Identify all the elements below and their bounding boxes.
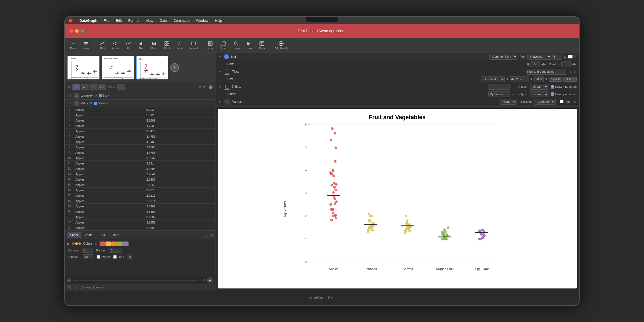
prop-drawx-toggle[interactable]: ✓ Draw x numbers bbox=[551, 85, 577, 89]
toolbar-label2[interactable]: A Label bbox=[174, 39, 186, 51]
prop-xtitle-input[interactable] bbox=[488, 84, 510, 90]
thumbnail-default[interactable]: Default bbox=[67, 56, 100, 79]
table-row[interactable]: 2 Apples 5.5129 bbox=[65, 112, 215, 118]
prop-zoom-input[interactable] bbox=[534, 76, 544, 82]
loop-checkbox[interactable] bbox=[113, 255, 117, 259]
table-row[interactable]: 20 Apples 2.5358 bbox=[65, 209, 215, 214]
col2-show-toggle[interactable]: ✓ Show bbox=[94, 102, 105, 105]
tab-slider[interactable]: Slider bbox=[67, 232, 81, 238]
menu-window[interactable]: Window bbox=[195, 18, 209, 23]
prop-ytitle-add-icon[interactable]: + bbox=[512, 92, 514, 96]
colors-gear-icon[interactable]: ⚙ bbox=[95, 242, 97, 246]
table-row[interactable]: 15 Apples 1.825 bbox=[65, 182, 215, 188]
toolbar-bar[interactable]: Bar bbox=[135, 39, 147, 51]
menu-format[interactable]: Format bbox=[127, 18, 140, 23]
prop-title-add-icon[interactable]: + bbox=[569, 69, 572, 74]
toolbar-plot[interactable]: Plot bbox=[97, 39, 108, 51]
table-row[interactable]: 3 Apples 5.1999 bbox=[65, 118, 215, 123]
add-canvas-button[interactable]: + bbox=[170, 63, 179, 72]
maximize-button[interactable] bbox=[81, 29, 84, 33]
table-row[interactable]: 8 Apples 3.7088 bbox=[65, 145, 215, 150]
prop-font-select[interactable]: Common Font bbox=[489, 54, 517, 60]
prop-type-select[interactable]: Points bbox=[511, 106, 529, 107]
col1-add-icon[interactable]: + bbox=[111, 94, 113, 97]
apple-menu[interactable]: 🍎 bbox=[68, 18, 73, 23]
tab-text[interactable]: Text bbox=[97, 232, 108, 238]
tab-value[interactable]: Value bbox=[82, 232, 96, 238]
bottom-expand-icon[interactable]: ⊡ bbox=[210, 233, 213, 237]
toolbar-bars[interactable]: Bars bbox=[148, 39, 160, 51]
toolbar-hover[interactable]: Hover bbox=[243, 39, 255, 51]
integer-checkbox[interactable] bbox=[97, 255, 100, 259]
prop-xtitle-add-icon[interactable]: + bbox=[512, 85, 514, 89]
progress-bar[interactable] bbox=[73, 280, 197, 281]
table-row[interactable]: 1 Apples 5.702 bbox=[65, 107, 215, 112]
play-button[interactable]: ▶ bbox=[207, 277, 213, 283]
col2-gear-icon[interactable]: ⚙ bbox=[90, 101, 92, 105]
prop-ytype-select[interactable]: Linear bbox=[530, 91, 548, 97]
split-x-button[interactable]: Split X bbox=[549, 77, 562, 82]
col2-name[interactable]: Value bbox=[81, 102, 88, 105]
toolbar-addgraph[interactable]: Add Graph bbox=[272, 39, 290, 51]
table-row[interactable]: 9 Apples 3.9763 bbox=[65, 150, 215, 155]
toolbar-fit[interactable]: Fit bbox=[122, 39, 134, 51]
toolbar-points[interactable]: Points bbox=[109, 39, 121, 51]
prop-pen-value-input[interactable] bbox=[530, 61, 540, 67]
table-row[interactable]: 22 Apples 3.1453 bbox=[65, 220, 215, 225]
loop-checkbox-label[interactable]: Loop bbox=[113, 255, 124, 259]
prop-ytitle-input[interactable] bbox=[488, 91, 510, 97]
prop-title-input[interactable] bbox=[526, 69, 566, 75]
table-row[interactable]: 23 Apples 2.5458 bbox=[65, 225, 215, 230]
prop-point-value-input[interactable] bbox=[561, 61, 571, 67]
prop-values-gear-icon[interactable]: ⚙ bbox=[574, 100, 577, 104]
prop-title-gear-icon[interactable]: ⚙ bbox=[574, 70, 577, 74]
table-row[interactable]: 17 Apples 2.0111 bbox=[65, 193, 215, 198]
prop-main-gear-icon[interactable]: ⚙ bbox=[574, 55, 577, 58]
menu-edit[interactable]: Edit bbox=[115, 18, 123, 23]
table-row[interactable]: 16 Apples 3.437 bbox=[65, 188, 215, 193]
table-row[interactable]: 12 Apples 3.2698 bbox=[65, 166, 215, 171]
prop-values-expander[interactable]: ▶ bbox=[218, 100, 222, 104]
col1-name[interactable]: Category bbox=[81, 94, 93, 97]
prop-pen-slider[interactable]: ◀▶ bbox=[541, 62, 546, 66]
prop-main-expander[interactable]: ▶ bbox=[218, 54, 222, 59]
prop-font-size-input[interactable] bbox=[552, 54, 562, 60]
table-row[interactable]: 21 Apples 3.0387 bbox=[65, 214, 215, 220]
tab-other[interactable]: Other: bbox=[109, 232, 123, 238]
bottom-layout-icon[interactable]: ⊞ bbox=[204, 233, 208, 237]
prop-values-column-select[interactable]: Value bbox=[500, 99, 517, 105]
duration-input[interactable] bbox=[83, 254, 93, 259]
col-align-left[interactable]: ≡ bbox=[199, 85, 201, 89]
toolbar-data[interactable]: Data bbox=[256, 39, 268, 51]
prop-font-up-icon[interactable]: ▲ bbox=[563, 54, 567, 59]
prop-labels-select[interactable]: All bbox=[545, 106, 558, 107]
table-row[interactable]: 4 Apples 4.7902 bbox=[65, 123, 215, 129]
toolbar-legend[interactable]: Legend bbox=[187, 39, 200, 51]
table-row[interactable]: 14 Apples 2.0382 bbox=[65, 177, 215, 182]
thumbnail-bw[interactable]: Black and White bbox=[102, 56, 134, 79]
col1-gear-icon[interactable]: ⚙ bbox=[94, 94, 97, 97]
prop-position-select[interactable]: Category bbox=[535, 99, 556, 105]
prop-xtype-select[interactable]: Linear bbox=[530, 84, 548, 90]
table-row[interactable]: 18 Apples 2.6314 bbox=[65, 198, 215, 204]
prop-hide-toggle[interactable]: Hide bbox=[560, 100, 570, 103]
prop-point-slider[interactable]: ◀▶ bbox=[572, 62, 577, 66]
data-table[interactable]: 1 Apples 5.702 2 Apples 5.5129 3 Apples … bbox=[65, 107, 215, 230]
prop-dimensions-input[interactable] bbox=[510, 76, 529, 82]
menu-command[interactable]: Command bbox=[172, 18, 191, 23]
prop-hide-checkbox[interactable] bbox=[560, 100, 564, 103]
menu-datagraph[interactable]: DataGraph bbox=[78, 18, 98, 23]
col-btn-text[interactable]: ab bbox=[81, 84, 89, 90]
col-align-right[interactable]: ≡ bbox=[203, 85, 205, 89]
col-btn-number[interactable]: 1 bbox=[72, 84, 80, 90]
table-row[interactable]: 13 Apples 2.2641 bbox=[65, 171, 215, 177]
table-row[interactable]: 6 Apples 3.4751 bbox=[65, 134, 215, 139]
animate-variable-input[interactable] bbox=[82, 248, 93, 253]
thumbnail-color[interactable]: Color bbox=[136, 56, 168, 79]
table-row[interactable]: 7 Apples 4.3402 bbox=[65, 139, 215, 145]
prop-drawy-toggle[interactable]: ✓ Draw y numbers bbox=[551, 92, 577, 96]
prop-axes-expander[interactable]: ▶ bbox=[218, 85, 222, 89]
menu-data[interactable]: Data bbox=[159, 18, 168, 23]
table-row[interactable]: 5 Apples 3.8419 bbox=[65, 129, 215, 134]
prop-size-select[interactable]: Specified... bbox=[481, 76, 505, 82]
